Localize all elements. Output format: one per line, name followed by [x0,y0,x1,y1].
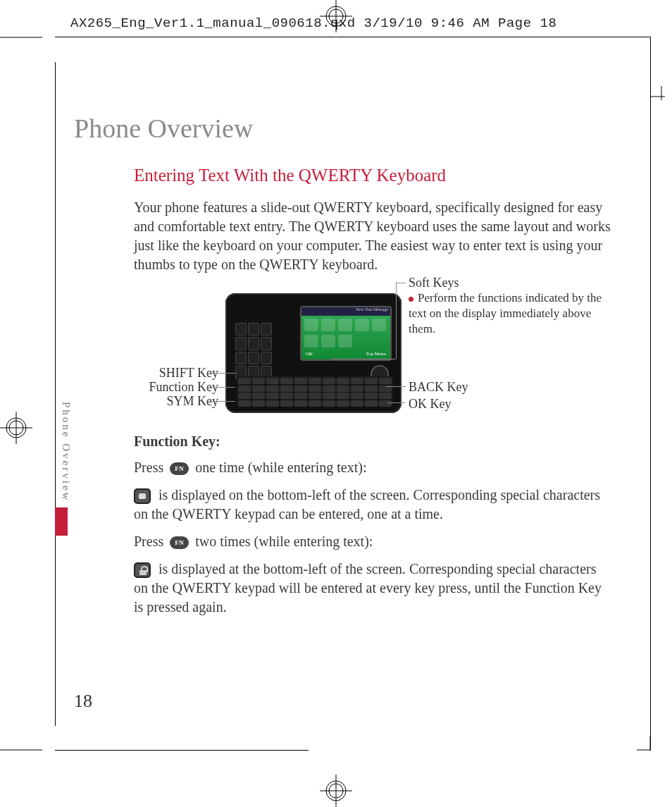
qwerty-keyboard-icon [237,376,393,406]
fn-indicator-light-icon [134,488,151,504]
subheading: Entering Text With the QWERTY Keyboard [134,166,613,185]
lead-line [387,402,406,403]
soft-key-left-label: OK [306,351,313,359]
screen-title-bar: New Text Message [301,307,390,316]
fn-key-icon: FN [170,536,189,549]
crop-mark-tl-icon [0,37,56,58]
callout-function-key: Function Key [149,380,219,395]
phone-diagram: alltel New Text Message OK Top Menu [134,283,613,424]
section-title: Phone Overview [74,113,253,144]
fn-key-icon: FN [170,462,189,475]
callout-back-key: BACK Key [409,380,468,395]
press-twice-desc: is displayed at the bottom-left of the s… [134,560,613,617]
sidebar-tab [55,507,68,536]
lead-line [396,283,397,359]
keypad-icon [235,323,309,379]
lead-line [210,387,235,388]
content-column: Entering Text With the QWERTY Keyboard Y… [134,166,613,625]
press-twice-line: Press FN two times (while entering text)… [134,532,613,551]
page-number: 18 [74,691,92,712]
phone-body-icon: alltel New Text Message OK Top Menu [225,293,402,413]
crop-mark-right-icon [651,86,672,107]
lead-line [210,373,235,374]
crop-header-text: AX265_Eng_Ver1.1_manual_090618.qxd 3/19/… [70,16,556,31]
registration-mark-left-icon [0,412,32,444]
page-frame-bottom [55,750,309,751]
lead-line [396,283,406,283]
callout-soft-keys-title: Soft Keys [409,276,613,290]
callout-ok-key: OK Key [409,397,452,412]
callout-soft-keys-note: Perform the functions indicated by the t… [409,291,602,335]
phone-screen-icon: New Text Message OK Top Menu [300,306,392,361]
lead-line [386,386,406,387]
inner-margin-rule [55,62,56,726]
fn-indicator-lock-icon [134,562,151,578]
sidebar-section-label: Phone Overview [60,402,72,502]
function-key-heading: Function Key: [134,433,613,450]
press-once-line: Press FN one time (while entering text): [134,458,613,477]
press-once-desc: is displayed on the bottom-left of the s… [134,486,613,524]
crop-mark-bl-icon [0,749,56,751]
callout-soft-keys: Soft Keys Perform the functions indicate… [409,276,613,337]
intro-paragraph: Your phone features a slide-out QWERTY k… [134,198,613,274]
lead-line [331,359,396,359]
registration-mark-bottom-icon [320,775,352,807]
lead-line [210,401,235,402]
registration-mark-top-icon [320,0,352,32]
bullet-icon [409,297,413,302]
